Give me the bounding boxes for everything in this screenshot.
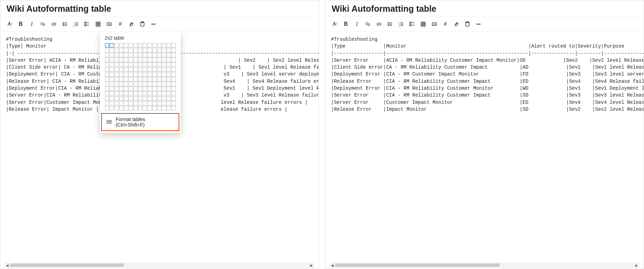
table-grid-cell[interactable] bbox=[143, 62, 147, 67]
table-grid-cell[interactable] bbox=[138, 101, 143, 106]
table-grid-cell[interactable] bbox=[152, 62, 157, 67]
checklist-button[interactable] bbox=[82, 19, 92, 29]
table-grid-cell[interactable] bbox=[167, 106, 171, 110]
table-grid-cell[interactable] bbox=[152, 43, 157, 48]
table-grid-cell[interactable] bbox=[138, 82, 143, 86]
table-grid-cell[interactable] bbox=[110, 53, 114, 57]
table-grid-cell[interactable] bbox=[110, 43, 114, 48]
table-grid-cell[interactable] bbox=[124, 58, 128, 62]
table-grid-cell[interactable] bbox=[162, 62, 166, 67]
table-grid-cell[interactable] bbox=[114, 82, 119, 86]
table-grid-cell[interactable] bbox=[143, 82, 147, 86]
table-grid-cell[interactable] bbox=[167, 58, 171, 62]
table-grid-cell[interactable] bbox=[171, 96, 176, 101]
link-button[interactable] bbox=[38, 19, 48, 29]
table-grid-cell[interactable] bbox=[119, 101, 124, 106]
table-grid-cell[interactable] bbox=[157, 101, 162, 106]
table-grid-cell[interactable] bbox=[133, 82, 138, 86]
table-grid-cell[interactable] bbox=[152, 58, 157, 62]
table-grid-cell[interactable] bbox=[171, 101, 176, 106]
table-grid-cell[interactable] bbox=[133, 96, 138, 101]
table-grid-cell[interactable] bbox=[152, 53, 157, 57]
table-grid-cell[interactable] bbox=[129, 72, 133, 77]
table-grid-cell[interactable] bbox=[114, 101, 119, 106]
table-grid-cell[interactable] bbox=[110, 62, 114, 67]
table-grid-cell[interactable] bbox=[124, 48, 128, 52]
table-grid-cell[interactable] bbox=[138, 67, 143, 72]
table-grid-cell[interactable] bbox=[148, 72, 152, 77]
table-grid-cell[interactable] bbox=[110, 82, 114, 86]
table-grid-cell[interactable] bbox=[157, 72, 162, 77]
table-grid-cell[interactable] bbox=[171, 62, 176, 67]
table-grid-cell[interactable] bbox=[143, 53, 147, 57]
table-grid-cell[interactable] bbox=[105, 91, 110, 96]
scroll-track[interactable] bbox=[10, 263, 309, 267]
table-grid-cell[interactable] bbox=[157, 67, 162, 72]
table-grid-cell[interactable] bbox=[148, 48, 152, 52]
editor-area[interactable]: #Troubleshooting |Type| Monitor |-| ----… bbox=[0, 32, 319, 269]
table-grid-cell[interactable] bbox=[162, 96, 166, 101]
table-button[interactable] bbox=[93, 19, 103, 29]
table-grid-cell[interactable] bbox=[119, 87, 124, 91]
scroll-track[interactable] bbox=[335, 263, 634, 267]
table-grid-cell[interactable] bbox=[110, 91, 114, 96]
table-grid-cell[interactable] bbox=[148, 43, 152, 48]
table-grid-cell[interactable] bbox=[171, 77, 176, 81]
paste-button[interactable] bbox=[462, 19, 473, 29]
table-grid-cell[interactable] bbox=[124, 77, 128, 81]
table-grid-cell[interactable] bbox=[114, 77, 119, 81]
table-grid-cell[interactable] bbox=[138, 48, 143, 52]
table-grid-cell[interactable] bbox=[157, 82, 162, 86]
table-grid-cell[interactable] bbox=[143, 67, 147, 72]
table-grid-cell[interactable] bbox=[157, 53, 162, 57]
table-grid-cell[interactable] bbox=[152, 87, 157, 91]
table-grid-cell[interactable] bbox=[114, 62, 119, 67]
table-grid-cell[interactable] bbox=[129, 62, 133, 67]
table-grid-cell[interactable] bbox=[162, 67, 166, 72]
text-format-button[interactable] bbox=[330, 19, 340, 29]
table-grid-cell[interactable] bbox=[138, 53, 143, 57]
table-grid-cell[interactable] bbox=[162, 48, 166, 52]
table-grid-cell[interactable] bbox=[143, 91, 147, 96]
table-grid-cell[interactable] bbox=[119, 72, 124, 77]
table-grid-cell[interactable] bbox=[129, 101, 133, 106]
table-grid-cell[interactable] bbox=[167, 101, 171, 106]
numbered-list-button[interactable]: 123 bbox=[396, 19, 406, 29]
attach-button[interactable] bbox=[451, 19, 462, 29]
text-format-button[interactable] bbox=[4, 19, 15, 29]
table-grid-cell[interactable] bbox=[119, 96, 124, 101]
table-grid-cell[interactable] bbox=[119, 62, 124, 67]
table-grid-cell[interactable] bbox=[105, 101, 110, 106]
table-grid-cell[interactable] bbox=[114, 91, 119, 96]
table-grid-cell[interactable] bbox=[105, 106, 110, 110]
table-grid-cell[interactable] bbox=[138, 58, 143, 62]
table-grid-cell[interactable] bbox=[171, 87, 176, 91]
table-grid-cell[interactable] bbox=[124, 62, 128, 67]
header-button[interactable]: # bbox=[440, 19, 451, 29]
table-grid-cell[interactable] bbox=[157, 106, 162, 110]
table-grid-cell[interactable] bbox=[114, 106, 119, 110]
table-grid-cell[interactable] bbox=[138, 96, 143, 101]
table-grid-cell[interactable] bbox=[110, 58, 114, 62]
table-grid-cell[interactable] bbox=[105, 62, 110, 67]
editor-area[interactable]: #Troubleshooting |Type |Monitor |Alert r… bbox=[325, 32, 644, 269]
table-grid-cell[interactable] bbox=[143, 48, 147, 52]
table-grid-cell[interactable] bbox=[152, 101, 157, 106]
italic-button[interactable]: I bbox=[27, 19, 37, 29]
table-grid-cell[interactable] bbox=[129, 106, 133, 110]
table-grid-cell[interactable] bbox=[124, 67, 128, 72]
table-grid-cell[interactable] bbox=[114, 96, 119, 101]
table-grid-cell[interactable] bbox=[162, 72, 166, 77]
table-grid-cell[interactable] bbox=[157, 58, 162, 62]
table-grid-cell[interactable] bbox=[171, 91, 176, 96]
code-button[interactable] bbox=[374, 19, 384, 29]
table-grid-cell[interactable] bbox=[148, 62, 152, 67]
attach-button[interactable] bbox=[126, 19, 136, 29]
table-grid-cell[interactable] bbox=[110, 72, 114, 77]
scroll-thumb[interactable] bbox=[10, 263, 124, 267]
table-grid-cell[interactable] bbox=[148, 77, 152, 81]
table-grid-cell[interactable] bbox=[152, 96, 157, 101]
table-grid-cell[interactable] bbox=[110, 87, 114, 91]
table-grid-cell[interactable] bbox=[148, 82, 152, 86]
table-grid-cell[interactable] bbox=[124, 106, 128, 110]
